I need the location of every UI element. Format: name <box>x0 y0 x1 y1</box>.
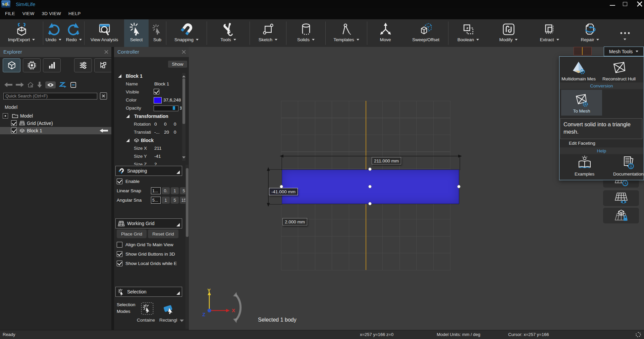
enable-checkbox[interactable] <box>117 179 122 184</box>
center-handle[interactable] <box>368 185 372 188</box>
tree-item-model[interactable]: Model <box>0 112 111 120</box>
visibility-checkbox[interactable] <box>11 128 17 133</box>
color-value[interactable]: 37,6,248 <box>163 97 181 103</box>
expand-triangle-icon[interactable] <box>126 139 129 142</box>
dropdown-caret-icon[interactable] <box>624 39 626 42</box>
width-dimension-field[interactable]: 211.000 mm <box>372 157 401 164</box>
documentation-item[interactable]: Documentation <box>613 155 644 177</box>
checkbox[interactable] <box>117 261 122 266</box>
rectangle-mode-label[interactable]: Rectangl <box>159 318 177 323</box>
grid-preview-thumbnail[interactable] <box>574 47 592 55</box>
toolbar-extract[interactable]: Extract <box>529 19 570 47</box>
dropdown-caret-icon[interactable] <box>596 39 599 42</box>
reset-grid-button[interactable]: Reset Grid <box>148 229 178 238</box>
toolbar-modify[interactable]: Modify <box>488 19 529 47</box>
prop-value[interactable]: 0 <box>164 122 167 127</box>
mesh-tools-button[interactable]: Mesh Tools <box>604 47 644 56</box>
prop-value[interactable]: Block 1 <box>154 81 169 86</box>
dropdown-caret-icon[interactable] <box>357 39 359 42</box>
toolbar-sweep-offset[interactable]: Sweep/Offset <box>404 19 448 47</box>
top-handle[interactable] <box>368 167 372 171</box>
expand-triangle-icon[interactable] <box>126 115 129 118</box>
visibility-checkbox[interactable] <box>11 120 17 126</box>
menu-view[interactable]: VIEW <box>19 11 38 16</box>
toolbar-move[interactable]: Move <box>367 19 404 47</box>
toolbar-select[interactable]: Select <box>124 19 149 47</box>
dropdown-caret-icon[interactable] <box>79 39 82 42</box>
contains-mode-label[interactable]: Containe <box>137 318 155 323</box>
prop-value[interactable]: 0 <box>174 122 176 127</box>
axis-triad[interactable] <box>189 277 246 328</box>
show-button[interactable]: Show <box>168 61 187 68</box>
resize-grip-icon[interactable] <box>635 332 641 338</box>
slider-handle[interactable] <box>173 106 175 110</box>
edit-faceting-item[interactable]: Edit Faceting <box>569 141 595 146</box>
controller-scrollbar[interactable] <box>185 165 189 329</box>
multidomain-mesh-item[interactable]: Multidomain Mes <box>561 60 596 81</box>
height-dimension-field[interactable]: -41.000 mm <box>269 188 298 195</box>
collapse-icon[interactable] <box>176 291 180 295</box>
snapping-section-header[interactable]: Snapping <box>115 166 182 176</box>
toolbar-snapping[interactable]: Snapping <box>166 19 207 47</box>
snap-value-field[interactable]: 1... <box>151 187 161 194</box>
property-scrollbar[interactable] <box>182 73 185 161</box>
prop-value[interactable]: 0 <box>154 122 157 127</box>
color-swatch[interactable] <box>154 97 162 104</box>
reconstruct-hull-item[interactable]: Reconstruct Hull <box>602 60 636 81</box>
working-grid-section-header[interactable]: Working Grid <box>115 218 182 228</box>
prop-value[interactable]: 211 <box>154 146 162 151</box>
panel-divider[interactable] <box>111 47 114 330</box>
menu-help[interactable]: HELP <box>65 11 84 16</box>
collapse-icon[interactable] <box>176 171 180 174</box>
toolbar-more[interactable] <box>610 19 640 47</box>
toolbar-undo[interactable]: Undo <box>43 19 64 47</box>
checkbox[interactable] <box>117 242 122 248</box>
snap-preset-button[interactable]: 0. <box>162 187 170 194</box>
visibility-button[interactable] <box>45 81 56 88</box>
explorer-tab-filter[interactable] <box>74 58 92 72</box>
dropdown-caret-icon[interactable] <box>556 39 559 42</box>
toolbar-redo[interactable]: Redo <box>64 19 84 47</box>
explorer-tab-hierarchy[interactable] <box>94 58 112 72</box>
contains-mode-icon[interactable] <box>141 302 154 315</box>
opacity-slider[interactable] <box>154 106 178 111</box>
zoom-to-button[interactable] <box>59 82 67 88</box>
toolbar-tools[interactable]: Tools <box>207 19 250 47</box>
selection-section-header[interactable]: Selection <box>115 287 182 297</box>
dropdown-caret-icon[interactable] <box>476 39 479 42</box>
explorer-tab-model[interactable] <box>3 58 20 72</box>
toolbar-templates[interactable]: Templates <box>326 19 367 47</box>
snap-value-field[interactable]: 5... <box>151 197 161 204</box>
minimize-icon[interactable] <box>610 5 615 6</box>
prop-value[interactable]: -... <box>154 130 160 135</box>
collapse-all-button[interactable] <box>70 82 76 88</box>
more-modes-caret-icon[interactable] <box>180 320 184 324</box>
collapse-icon[interactable] <box>176 223 180 226</box>
grid-lock-button[interactable] <box>603 208 639 223</box>
dropdown-caret-icon[interactable] <box>233 39 236 42</box>
dropdown-caret-icon[interactable] <box>196 39 199 42</box>
toolbar-sub[interactable]: Sub <box>149 19 166 47</box>
right-handle[interactable] <box>457 185 461 188</box>
controller-close-icon[interactable] <box>181 50 186 54</box>
dropdown-caret-icon[interactable] <box>275 39 277 42</box>
dropdown-caret-icon[interactable] <box>32 39 35 42</box>
tree-item-block-1[interactable]: Block 1 <box>0 127 111 134</box>
menu-file[interactable]: FILE <box>1 11 19 16</box>
dropdown-caret-icon[interactable] <box>515 39 518 42</box>
to-mesh-item[interactable]: To Mesh <box>561 90 602 116</box>
expander-icon[interactable] <box>3 113 8 119</box>
depth-dimension-field[interactable]: 2.000 mm <box>282 218 307 225</box>
clear-search-button[interactable] <box>100 92 107 99</box>
toolbar-solids[interactable]: Solids <box>286 19 325 47</box>
bottom-handle[interactable] <box>368 202 372 205</box>
snap-preset-button[interactable]: 5 <box>171 197 179 204</box>
toolbar-view-analysis[interactable]: View Analysis <box>85 19 124 47</box>
toolbar-sketch[interactable]: Sketch <box>250 19 286 47</box>
prop-value[interactable]: 2 <box>154 162 157 165</box>
explorer-tab-simulation[interactable] <box>23 58 41 72</box>
snap-preset-button[interactable]: 1 <box>171 187 179 194</box>
prop-value[interactable]: -41 <box>154 154 161 159</box>
close-icon[interactable] <box>636 1 643 7</box>
place-grid-button[interactable]: Place Grid <box>117 229 147 238</box>
